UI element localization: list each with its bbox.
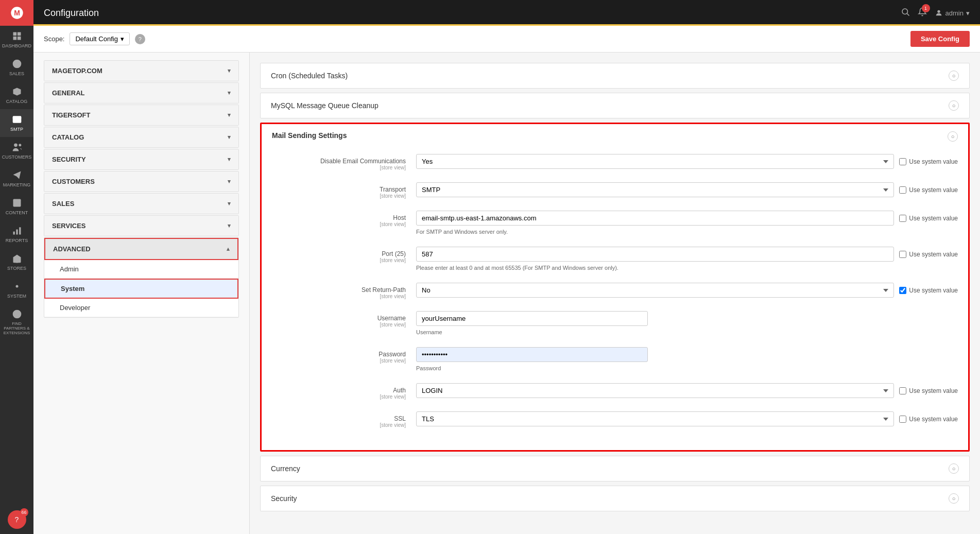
nav-section-header-security[interactable]: SECURITY ▾ [44, 149, 238, 169]
field-control-transport: SMTP Sendmail Use system value [416, 182, 958, 197]
config-section-header-mysql[interactable]: MySQL Message Queue Cleanup ○ [261, 93, 969, 118]
use-system-value-label[interactable]: Use system value [899, 215, 958, 222]
sidebar-item-label: MARKETING [3, 182, 31, 187]
form-row-auth: Auth [store view] LOGIN PLAIN NONE [272, 383, 958, 402]
sidebar-item-marketing[interactable]: MARKETING [0, 165, 33, 193]
use-system-value-label[interactable]: Use system value [899, 186, 958, 194]
sidebar-item-reports[interactable]: REPORTS [0, 220, 33, 248]
sidebar-item-customers[interactable]: CUSTOMERS [0, 137, 33, 165]
use-system-checkbox[interactable] [899, 186, 906, 194]
username-input[interactable] [416, 311, 648, 326]
use-system-value-label[interactable]: Use system value [899, 387, 958, 394]
user-menu[interactable]: admin ▾ [935, 9, 970, 17]
nav-section-header-customers[interactable]: CUSTOMERS ▾ [44, 171, 238, 192]
avatar-badge: 66 [20, 508, 28, 516]
nav-sub-item-developer[interactable]: Developer [44, 299, 238, 317]
nav-section-header-general[interactable]: GENERAL ▾ [44, 83, 238, 103]
sidebar-item-system[interactable]: SYSTEM [0, 276, 33, 304]
config-section-label: Security [271, 494, 297, 503]
scope-dropdown[interactable]: Default Config ▾ [70, 32, 129, 45]
svg-rect-4 [13, 37, 16, 40]
chevron-icon: ▾ [228, 67, 231, 74]
chevron-icon: ▾ [228, 200, 231, 207]
config-section-mysql: MySQL Message Queue Cleanup ○ [260, 93, 970, 118]
svg-rect-17 [19, 227, 21, 234]
use-system-value-label[interactable]: Use system value [899, 251, 958, 258]
sidebar-item-content[interactable]: CONTENT [0, 193, 33, 220]
svg-rect-16 [16, 230, 18, 235]
form-row-ssl: SSL [store view] TLS SSL None [272, 411, 958, 430]
nav-section-label: TIGERSOFT [52, 111, 90, 119]
form-row-password: Password [store view] Password [272, 347, 958, 374]
nav-section-header-tigersoft[interactable]: TIGERSOFT ▾ [44, 105, 238, 125]
svg-rect-2 [13, 32, 16, 36]
save-config-button[interactable]: Save Config [910, 31, 970, 47]
sidebar-item-smtp[interactable]: SMTP [0, 109, 33, 137]
use-system-checkbox[interactable] [899, 416, 906, 423]
user-dropdown-icon: ▾ [966, 9, 970, 17]
transport-select[interactable]: SMTP Sendmail [416, 182, 894, 197]
content-area: MAGETOP.COM ▾ GENERAL ▾ TIGERSOFT ▾ [33, 53, 980, 534]
search-icon[interactable] [901, 7, 910, 19]
nav-section-header-advanced[interactable]: ADVANCED ▴ [44, 238, 238, 260]
nav-section-header-catalog[interactable]: CATALOG ▾ [44, 127, 238, 147]
config-section-header-mail[interactable]: Mail Sending Settings ○ [262, 124, 968, 149]
use-system-checkbox[interactable] [899, 387, 906, 394]
disable-email-select[interactable]: Yes No [416, 154, 894, 169]
use-system-checkbox[interactable] [899, 158, 906, 165]
use-system-checkbox[interactable] [899, 287, 906, 294]
nav-section-general: GENERAL ▾ [44, 82, 239, 104]
scope-value: Default Config [75, 35, 117, 43]
config-section-label: Currency [271, 464, 300, 473]
use-system-value-label[interactable]: Use system value [899, 287, 958, 294]
config-panel: Cron (Scheduled Tasks) ○ MySQL Message Q… [250, 53, 980, 534]
port-input[interactable] [416, 247, 894, 262]
sidebar-item-stores[interactable]: STORES [0, 248, 33, 276]
nav-sub-item-system[interactable]: System [44, 279, 238, 299]
field-label-username: Username [store view] [272, 311, 416, 328]
use-system-value-label[interactable]: Use system value [899, 416, 958, 423]
field-label-host: Host [store view] [272, 211, 416, 227]
sidebar-avatar[interactable]: ? 66 [8, 510, 26, 529]
svg-point-9 [14, 144, 18, 147]
use-system-value-label[interactable]: Use system value [899, 158, 958, 165]
config-section-header-currency[interactable]: Currency ○ [261, 456, 969, 481]
user-label: admin [945, 9, 964, 17]
form-row-disable-email: Disable Email Communications [store view… [272, 154, 958, 173]
scope-help-icon[interactable]: ? [135, 34, 145, 44]
expand-circle-icon: ○ [949, 493, 959, 504]
nav-section-header-magetop[interactable]: MAGETOP.COM ▾ [44, 61, 238, 81]
field-label-port: Port (25) [store view] [272, 247, 416, 263]
return-path-select[interactable]: No Yes [416, 283, 894, 298]
svg-point-19 [15, 285, 18, 288]
left-nav-panel: MAGETOP.COM ▾ GENERAL ▾ TIGERSOFT ▾ [33, 53, 250, 534]
nav-sub-item-admin[interactable]: Admin [44, 260, 238, 279]
port-hint: Please enter at least 0 and at most 6553… [416, 265, 958, 271]
use-system-checkbox[interactable] [899, 215, 906, 222]
field-control-host: Use system value For SMTP and Windows se… [416, 211, 958, 235]
use-system-checkbox[interactable] [899, 251, 906, 258]
sidebar-item-dashboard[interactable]: DASHBOARD [0, 26, 33, 54]
field-label-transport: Transport [store view] [272, 182, 416, 199]
topbar-actions: 1 admin ▾ [901, 7, 970, 19]
nav-section-label: SALES [52, 200, 74, 208]
password-input[interactable] [416, 347, 648, 362]
sidebar-item-label: CUSTOMERS [2, 154, 31, 160]
sidebar-item-sales[interactable]: $ SALES [0, 54, 33, 81]
chevron-icon: ▾ [228, 222, 231, 229]
ssl-select[interactable]: TLS SSL None [416, 411, 894, 426]
nav-section-header-sales[interactable]: SALES ▾ [44, 194, 238, 214]
nav-section-sales: SALES ▾ [44, 193, 239, 214]
sidebar-item-label: SALES [9, 71, 24, 76]
host-input[interactable] [416, 211, 894, 226]
chevron-icon: ▾ [228, 134, 231, 141]
sidebar-item-catalog[interactable]: CATALOG [0, 81, 33, 109]
sidebar-item-partners[interactable]: FIND PARTNERS & EXTENSIONS [0, 304, 33, 340]
auth-select[interactable]: LOGIN PLAIN NONE [416, 383, 894, 398]
svg-rect-8 [12, 116, 21, 123]
nav-section-header-services[interactable]: SERVICES ▾ [44, 216, 238, 236]
full-content: Configuration 1 admin ▾ Scope: Default C… [33, 0, 980, 534]
config-section-header-security2[interactable]: Security ○ [261, 486, 969, 511]
config-section-header-cron[interactable]: Cron (Scheduled Tasks) ○ [261, 63, 969, 88]
notification-bell-icon[interactable]: 1 [918, 7, 927, 19]
